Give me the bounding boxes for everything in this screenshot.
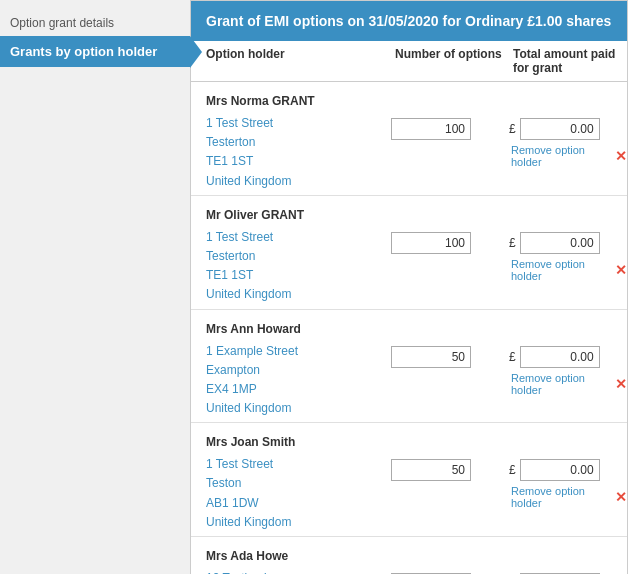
pound-sign-2: £	[509, 350, 516, 364]
sidebar-item-grants[interactable]: Grants by option holder	[0, 36, 190, 67]
table-header: Option holder Number of options Total am…	[191, 41, 627, 82]
col-header-amount: Total amount paid for grant	[509, 47, 627, 75]
options-input-0[interactable]	[391, 118, 471, 140]
holder-section-2: Mrs Ann Howard1 Example StreetExamptonEX…	[191, 310, 627, 424]
col-header-options: Number of options	[391, 47, 509, 75]
holder-section-4: Mrs Ada Howe12 Testing LaneTestertonNort…	[191, 537, 627, 574]
holder-name-3: Mrs Joan Smith	[191, 431, 627, 455]
holders-list: Mrs Norma GRANT1 Test StreetTestertonTE1…	[191, 82, 627, 574]
amount-cell-4: £Remove option holder ✕	[509, 569, 627, 574]
amount-input-3[interactable]	[520, 459, 600, 481]
options-cell-0	[391, 114, 509, 140]
options-cell-4	[391, 569, 509, 574]
options-input-3[interactable]	[391, 459, 471, 481]
holder-row-0: 1 Test StreetTestertonTE1 1STUnited King…	[191, 114, 627, 191]
holder-name-2: Mrs Ann Howard	[191, 318, 627, 342]
options-cell-2	[391, 342, 509, 368]
holder-name-4: Mrs Ada Howe	[191, 545, 627, 569]
amount-cell-1: £Remove option holder ✕	[509, 228, 627, 282]
remove-label-3: Remove option holder	[511, 485, 612, 509]
amount-input-2[interactable]	[520, 346, 600, 368]
remove-holder-button-2[interactable]: Remove option holder ✕	[509, 372, 627, 396]
holder-address-0: 1 Test StreetTestertonTE1 1STUnited King…	[191, 114, 391, 191]
remove-holder-button-3[interactable]: Remove option holder ✕	[509, 485, 627, 509]
remove-holder-button-0[interactable]: Remove option holder ✕	[509, 144, 627, 168]
col-header-holder: Option holder	[191, 47, 391, 75]
remove-label-1: Remove option holder	[511, 258, 612, 282]
page-container: Option grant details Grants by option ho…	[0, 0, 628, 574]
remove-label-2: Remove option holder	[511, 372, 612, 396]
amount-cell-0: £Remove option holder ✕	[509, 114, 627, 168]
remove-x-icon-1: ✕	[615, 262, 627, 278]
holder-name-0: Mrs Norma GRANT	[191, 90, 627, 114]
sidebar: Option grant details Grants by option ho…	[0, 0, 190, 574]
options-input-2[interactable]	[391, 346, 471, 368]
pound-sign-0: £	[509, 122, 516, 136]
amount-cell-2: £Remove option holder ✕	[509, 342, 627, 396]
holder-section-1: Mr Oliver GRANT1 Test StreetTestertonTE1…	[191, 196, 627, 310]
options-cell-3	[391, 455, 509, 481]
main-content: Grant of EMI options on 31/05/2020 for O…	[190, 0, 628, 574]
remove-x-icon-0: ✕	[615, 148, 627, 164]
holder-address-1: 1 Test StreetTestertonTE1 1STUnited King…	[191, 228, 391, 305]
holder-address-4: 12 Testing LaneTestertonNorthshireTE1 1S…	[191, 569, 391, 574]
amount-cell-3: £Remove option holder ✕	[509, 455, 627, 509]
holder-name-1: Mr Oliver GRANT	[191, 204, 627, 228]
holder-row-1: 1 Test StreetTestertonTE1 1STUnited King…	[191, 228, 627, 305]
options-input-1[interactable]	[391, 232, 471, 254]
holder-section-0: Mrs Norma GRANT1 Test StreetTestertonTE1…	[191, 82, 627, 196]
remove-holder-button-1[interactable]: Remove option holder ✕	[509, 258, 627, 282]
holder-row-4: 12 Testing LaneTestertonNorthshireTE1 1S…	[191, 569, 627, 574]
holder-row-2: 1 Example StreetExamptonEX4 1MPUnited Ki…	[191, 342, 627, 419]
options-cell-1	[391, 228, 509, 254]
amount-input-0[interactable]	[520, 118, 600, 140]
pound-sign-1: £	[509, 236, 516, 250]
holder-address-3: 1 Test StreetTestonAB1 1DWUnited Kingdom	[191, 455, 391, 532]
sidebar-static-label: Option grant details	[0, 10, 190, 36]
amount-input-1[interactable]	[520, 232, 600, 254]
page-title: Grant of EMI options on 31/05/2020 for O…	[191, 1, 627, 41]
pound-sign-3: £	[509, 463, 516, 477]
holder-row-3: 1 Test StreetTestonAB1 1DWUnited Kingdom…	[191, 455, 627, 532]
remove-x-icon-2: ✕	[615, 376, 627, 392]
holder-section-3: Mrs Joan Smith1 Test StreetTestonAB1 1DW…	[191, 423, 627, 537]
remove-label-0: Remove option holder	[511, 144, 612, 168]
remove-x-icon-3: ✕	[615, 489, 627, 505]
holder-address-2: 1 Example StreetExamptonEX4 1MPUnited Ki…	[191, 342, 391, 419]
